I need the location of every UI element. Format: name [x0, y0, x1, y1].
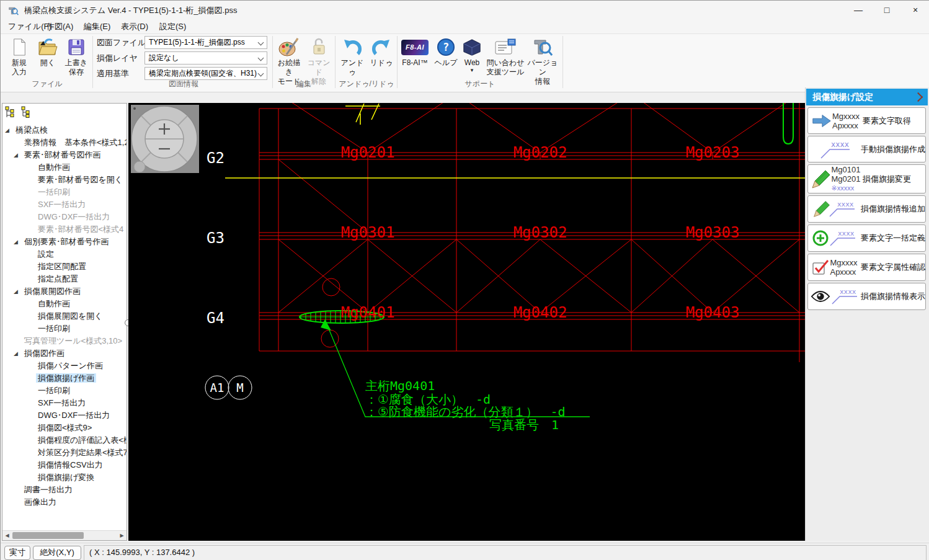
redo-button[interactable]: リドゥ — [367, 36, 396, 68]
tree-item[interactable]: 損傷旗揚げ変換 — [2, 471, 127, 484]
svg-text:Mg0302: Mg0302 — [513, 224, 567, 241]
tree-item[interactable]: ◢橋梁点検 — [2, 124, 127, 136]
wheel-dot — [133, 107, 136, 110]
tree-item[interactable]: 画像出力 — [2, 496, 127, 509]
tree-item[interactable]: 損傷程度の評価記入表<様 — [2, 434, 127, 447]
tree-item[interactable]: 指定点配置 — [2, 273, 127, 285]
title-bar: 橋梁点検支援システム Ver.4 - TYPE1(5)-1-1-桁_損傷図.ps… — [1, 1, 929, 20]
menu-edit[interactable]: 編集(E) — [79, 20, 115, 33]
tree-structure-icon-1[interactable] — [5, 106, 16, 118]
inquiry-form-icon — [494, 38, 517, 56]
group-label-file: ファイル — [19, 79, 75, 89]
tree-item[interactable]: 損傷情報CSV出力 — [2, 459, 127, 471]
check-element-text-attr-button[interactable]: MgxxxxApxxxx 要素文字属性確認 — [807, 254, 926, 281]
expander-icon[interactable]: ◢ — [14, 236, 22, 248]
ribbon-toolbar: 新規 入力 開く 上書き 保存 ファイル — [1, 33, 929, 92]
navigation-wheel[interactable] — [131, 105, 199, 173]
flag-leader-icon: xxxx — [827, 200, 857, 218]
flag-leader-icon: xxxx — [828, 229, 858, 247]
tree-item[interactable]: ◢要素･部材番号図作画 — [2, 149, 127, 161]
help-button[interactable]: ? ヘルプ — [431, 36, 461, 68]
svg-text:A1: A1 — [210, 381, 224, 394]
tree-item: SXF一括出力 — [2, 198, 127, 211]
tree-item[interactable]: ◢個別要素･部材番号作画 — [2, 236, 127, 248]
tree-item[interactable]: 指定区間配置 — [2, 260, 127, 273]
batch-define-element-text-button[interactable]: xxxx 要素文字一括定義 — [807, 224, 926, 252]
svg-text:Mg0301: Mg0301 — [341, 224, 395, 241]
palette-icon — [278, 37, 300, 57]
menu-view[interactable]: 表示(D) — [116, 20, 153, 33]
change-damage-flag-button[interactable]: Mg0101Mg0201※xxxxx 損傷旗揚変更 — [807, 164, 926, 193]
tree-item[interactable]: 自動作画 — [2, 161, 127, 174]
actual-size-button[interactable]: 実寸 — [4, 546, 30, 560]
close-button[interactable]: × — [901, 1, 929, 20]
tree-item[interactable]: DWG･DXF一括出力 — [2, 409, 127, 422]
f8-ai-badge-icon: F8-AI — [401, 40, 429, 55]
tree-item: 要素･部材番号図<様式4 — [2, 223, 127, 236]
tree-item[interactable]: ◢損傷図作画 — [2, 347, 127, 360]
svg-text:G3: G3 — [207, 229, 224, 247]
menu-settings[interactable]: 設定(S) — [154, 20, 191, 33]
save-button[interactable]: 上書き 保存 — [61, 36, 91, 77]
expander-icon[interactable]: ◢ — [5, 124, 14, 136]
manual-damage-flag-button[interactable]: xxxx 手動損傷旗揚作成 — [807, 136, 926, 162]
tree-item[interactable]: 設定 — [2, 248, 127, 260]
scroll-right-arrow[interactable]: ▶ — [117, 531, 127, 540]
svg-text:Mg0203: Mg0203 — [686, 144, 740, 161]
group-label-support: サポート — [400, 79, 560, 89]
web-button[interactable]: Web ▾ — [460, 36, 484, 73]
annotation-line: 主桁Mg0401 — [365, 378, 435, 393]
damage-marker-circle — [322, 278, 340, 296]
tree-item[interactable]: 自動作画 — [2, 298, 127, 310]
tree-horizontal-scrollbar[interactable]: ◀ ▶ — [2, 530, 127, 540]
tree-item[interactable]: 損傷展開図を開く — [2, 310, 127, 322]
status-bar: 実寸 絶対(X,Y) ( X : 145.9993, Y : 137.6442 … — [1, 543, 929, 560]
tree-item[interactable]: 損傷図<様式9> — [2, 422, 127, 434]
new-input-button[interactable]: 新規 入力 — [4, 36, 34, 77]
expander-icon[interactable]: ◢ — [14, 347, 22, 360]
undo-button[interactable]: アンドゥ — [337, 36, 367, 77]
expander-icon[interactable]: ◢ — [14, 285, 22, 298]
maximize-button[interactable]: □ — [873, 1, 901, 20]
panel-header[interactable]: 損傷旗揚げ設定 — [806, 89, 928, 105]
add-damage-flag-info-button[interactable]: xxxx 損傷旗揚情報追加 — [807, 195, 926, 223]
inquiry-support-button[interactable]: 問い合わせ 支援ツール — [486, 36, 525, 77]
field-label-standard: 適用基準 — [97, 67, 129, 81]
tree-item: 写真管理ツール<様式3,10> — [2, 335, 127, 347]
f8-ai-button[interactable]: F8-AI F8-AI™ — [400, 36, 430, 68]
tree-item-selected[interactable]: 損傷旗揚げ作画 — [2, 372, 127, 384]
tree-item[interactable]: 損傷パターン作画 — [2, 360, 127, 372]
get-element-text-button[interactable]: MgxxxxApxxxx 要素文字取得 — [807, 107, 926, 134]
svg-text:G2: G2 — [207, 149, 224, 167]
tree-item[interactable]: 業務情報 基本条件<様式1,2 — [2, 136, 127, 149]
tree-item[interactable]: 一括印刷 — [2, 384, 127, 397]
damage-layer-dropdown[interactable]: 設定なし — [144, 51, 267, 64]
minimize-button[interactable]: — — [844, 1, 873, 20]
absolute-xy-button[interactable]: 絶対(X,Y) — [33, 546, 81, 560]
tree-item[interactable]: SXF一括出力 — [2, 397, 127, 409]
tree-item[interactable]: 一括印刷 — [2, 322, 127, 335]
svg-text:xxxx: xxxx — [831, 140, 849, 149]
scrollbar-thumb[interactable] — [12, 532, 84, 539]
open-folder-icon — [37, 37, 58, 58]
menu-draw[interactable]: 作図(A) — [42, 20, 78, 33]
filename-dropdown[interactable]: TYPE1(5)-1-1-桁_損傷図.pss — [144, 36, 267, 49]
show-damage-flag-info-button[interactable]: xxxx 損傷旗揚情報表示 — [807, 283, 926, 310]
scroll-left-arrow[interactable]: ◀ — [2, 531, 12, 540]
expander-icon[interactable]: ◢ — [14, 149, 22, 161]
tree-item[interactable]: 対策区分判定結果<様式7, — [2, 447, 127, 459]
svg-text:Mg0403: Mg0403 — [686, 304, 740, 321]
drawing-canvas[interactable]: 主桁Mg0401 ：①腐食（大小） -d ：⑤防食機能の劣化（分類１） -d 写… — [128, 103, 805, 541]
field-label-damage-layer: 損傷レイヤ — [97, 51, 138, 65]
svg-text:G4: G4 — [207, 309, 224, 327]
svg-text:M: M — [236, 381, 243, 394]
tree-item[interactable]: 要素･部材番号図を開く — [2, 174, 127, 186]
open-button[interactable]: 開く — [33, 36, 63, 77]
group-label-edit: 編集 — [274, 79, 334, 89]
standard-dropdown[interactable]: 橋梁定期点検要領(国交省、H31) — [144, 67, 267, 80]
reference-lines — [225, 104, 805, 178]
tree-structure-icon-2[interactable] — [20, 106, 31, 118]
tree-item[interactable]: ◢損傷展開図作画 — [2, 285, 127, 298]
tree-item[interactable]: 調書一括出力 — [2, 484, 127, 496]
redo-arrow-icon — [371, 37, 392, 58]
